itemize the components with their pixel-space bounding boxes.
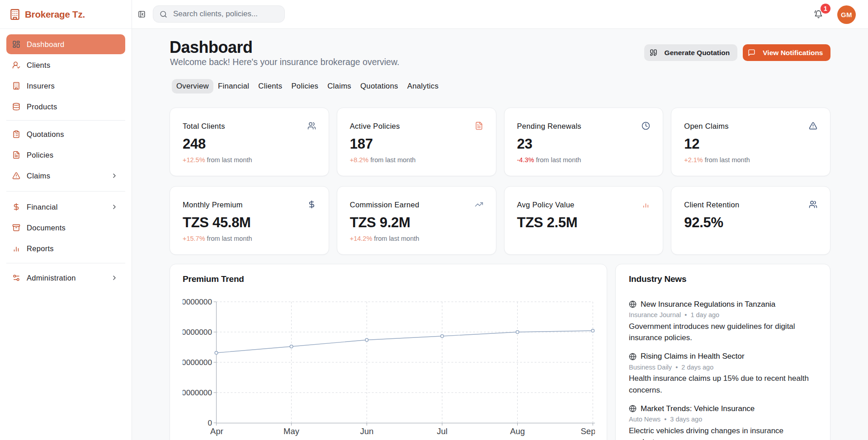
- svg-text:40000000: 40000000: [183, 297, 212, 306]
- svg-text:Jul: Jul: [437, 426, 448, 436]
- svg-text:Apr: Apr: [210, 426, 223, 436]
- svg-text:Aug: Aug: [510, 426, 525, 436]
- svg-text:20000000: 20000000: [183, 358, 212, 367]
- svg-text:Sep: Sep: [581, 426, 595, 436]
- svg-text:10000000: 10000000: [183, 388, 212, 397]
- svg-text:May: May: [283, 426, 300, 436]
- svg-text:0: 0: [208, 418, 212, 427]
- svg-text:30000000: 30000000: [183, 328, 212, 337]
- svg-text:Jun: Jun: [360, 426, 373, 436]
